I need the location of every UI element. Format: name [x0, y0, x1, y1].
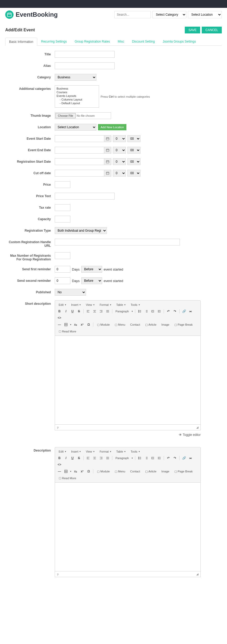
read-more-button[interactable]: ▢ Read More — [57, 475, 78, 481]
align-center-icon[interactable] — [92, 308, 97, 314]
tab-group-registration-rates[interactable]: Group Registration Rates — [71, 37, 114, 45]
capacity-input[interactable] — [55, 216, 70, 223]
add-location-button[interactable]: Add New Location — [98, 124, 126, 130]
paragraph-select[interactable]: Paragraph — [114, 309, 130, 313]
second-reminder-when-select[interactable]: Before — [81, 277, 102, 284]
first-reminder-when-select[interactable]: Before — [81, 266, 102, 273]
calendar-icon[interactable] — [104, 158, 111, 165]
align-right-icon[interactable] — [98, 308, 104, 314]
hr-icon[interactable]: — — [57, 322, 62, 327]
bullet-list-icon[interactable] — [137, 455, 143, 461]
redo-icon[interactable]: ↷ — [172, 455, 178, 461]
price-input[interactable] — [55, 181, 70, 188]
article-button[interactable]: ▢ Article — [143, 469, 159, 474]
strikethrough-icon[interactable]: S — [76, 455, 82, 461]
registration-start-date-input[interactable] — [55, 158, 104, 165]
superscript-icon[interactable]: x² — [79, 322, 85, 327]
editor-menu-edit[interactable]: Edit — [57, 302, 68, 307]
editor-menu-view[interactable]: View — [84, 302, 97, 307]
event-end-date-input[interactable] — [55, 147, 104, 154]
choose-file-button[interactable]: Choose File — [56, 113, 76, 118]
strikethrough-icon[interactable]: S — [76, 308, 82, 314]
menu-button[interactable]: ▢ Menu — [113, 469, 127, 474]
event-start-date-input[interactable] — [55, 135, 104, 142]
read-more-button[interactable]: ▢ Read More — [57, 329, 78, 334]
editor-menu-table[interactable]: Table — [114, 302, 128, 307]
code-icon[interactable]: <> — [57, 315, 62, 321]
resize-handle-icon[interactable]: ◢ — [196, 572, 198, 576]
indent-icon[interactable] — [156, 455, 162, 461]
special-char-icon[interactable]: Ω — [86, 469, 91, 474]
align-justify-icon[interactable] — [105, 455, 111, 461]
tax-rate-input[interactable] — [55, 204, 70, 211]
italic-icon[interactable]: I — [63, 308, 69, 314]
italic-icon[interactable]: I — [63, 455, 69, 461]
article-button[interactable]: ▢ Article — [143, 322, 159, 327]
editor-menu-insert[interactable]: Insert — [69, 302, 83, 307]
max-registrants-input[interactable] — [55, 252, 70, 259]
undo-icon[interactable]: ↶ — [165, 308, 171, 314]
resize-handle-icon[interactable]: ◢ — [196, 426, 198, 429]
number-list-icon[interactable] — [143, 308, 149, 314]
align-justify-icon[interactable] — [105, 308, 111, 314]
underline-icon[interactable]: U — [70, 455, 75, 461]
minute-select[interactable]: 00 — [127, 147, 140, 154]
table-icon[interactable] — [63, 322, 69, 327]
location-select[interactable]: Select Location — [55, 124, 96, 131]
tab-joomla-groups-settings[interactable]: Joomla Groups Settings — [159, 37, 200, 45]
minute-select[interactable]: 00 — [127, 170, 140, 177]
contact-button[interactable]: Contact — [128, 322, 142, 327]
caret-down-icon[interactable]: ▾ — [70, 323, 72, 326]
undo-icon[interactable]: ↶ — [165, 455, 171, 461]
image-button[interactable]: Image — [159, 322, 171, 327]
hr-icon[interactable]: — — [57, 469, 62, 474]
tab-misc[interactable]: Misc — [114, 37, 128, 45]
first-reminder-days-input[interactable] — [55, 266, 70, 273]
editor-menu-table[interactable]: Table — [114, 449, 128, 454]
unlink-icon[interactable]: ⫘ — [188, 308, 193, 314]
calendar-icon[interactable] — [104, 135, 111, 142]
bullet-list-icon[interactable] — [137, 308, 143, 314]
align-right-icon[interactable] — [98, 455, 104, 461]
editor-menu-view[interactable]: View — [84, 449, 97, 454]
paragraph-select[interactable]: Paragraph — [114, 456, 130, 460]
hour-select[interactable]: 0 — [113, 135, 126, 142]
redo-icon[interactable]: ↷ — [172, 308, 178, 314]
editor-body[interactable] — [55, 483, 201, 571]
header-category-select[interactable]: Select Category — [152, 11, 186, 18]
registration-type-select[interactable]: Both Individual and Group Registration — [55, 227, 107, 234]
list-item[interactable]: - Columns Layout — [56, 98, 98, 101]
calendar-icon[interactable] — [104, 147, 111, 154]
tab-discount-setting[interactable]: Discount Setting — [128, 37, 159, 45]
align-center-icon[interactable] — [92, 455, 97, 461]
outdent-icon[interactable] — [150, 308, 156, 314]
category-select[interactable]: Business — [55, 74, 96, 81]
caret-down-icon[interactable]: ▾ — [131, 310, 133, 313]
page-break-button[interactable]: ▢ Page Break — [172, 469, 195, 474]
tab-recurring-settings[interactable]: Recurring Settings — [37, 37, 71, 45]
unlink-icon[interactable]: ⫘ — [188, 455, 193, 461]
toggle-editor-button[interactable]: Toggle editor — [55, 433, 201, 437]
hour-select[interactable]: 0 — [113, 170, 126, 177]
alias-input[interactable] — [55, 62, 115, 69]
image-button[interactable]: Image — [159, 469, 171, 474]
custom-reg-url-input[interactable] — [55, 239, 180, 245]
module-button[interactable]: ▢ Module — [95, 322, 112, 327]
page-break-button[interactable]: ▢ Page Break — [172, 322, 195, 327]
code-icon[interactable]: <> — [57, 462, 62, 467]
subscript-icon[interactable]: x₂ — [73, 469, 78, 474]
contact-button[interactable]: Contact — [128, 469, 142, 474]
second-reminder-days-input[interactable] — [55, 277, 70, 284]
bold-icon[interactable]: B — [57, 308, 62, 314]
editor-menu-format[interactable]: Format — [97, 302, 113, 307]
editor-body[interactable] — [55, 336, 201, 425]
list-item[interactable]: - Default Layout — [56, 101, 98, 105]
price-text-input[interactable] — [55, 193, 115, 200]
module-button[interactable]: ▢ Module — [95, 469, 112, 474]
caret-down-icon[interactable]: ▾ — [70, 470, 72, 473]
editor-menu-tools[interactable]: Tools — [128, 449, 142, 454]
additional-categories-listbox[interactable]: Business Courses Events Layouts - Column… — [55, 85, 99, 108]
save-button[interactable]: SAVE — [185, 27, 200, 33]
header-location-select[interactable]: Select Location — [188, 11, 222, 18]
calendar-icon[interactable] — [104, 170, 111, 177]
